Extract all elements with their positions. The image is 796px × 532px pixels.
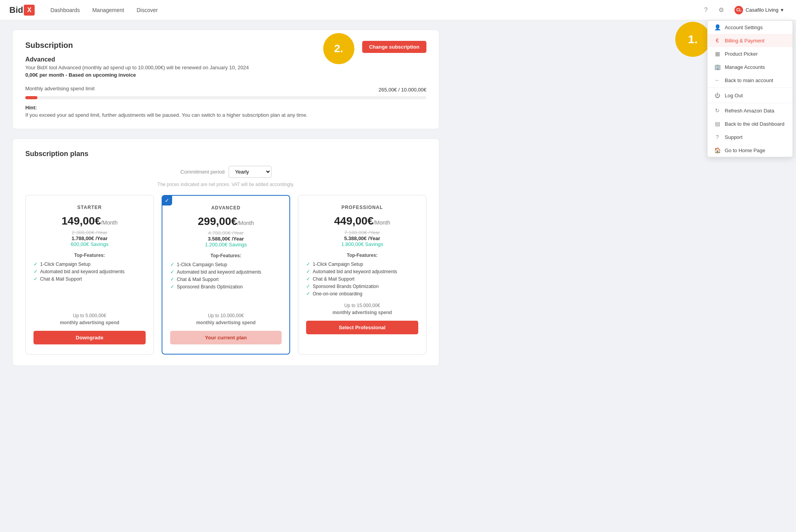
professional-feature-5: ✓One-on-one onboarding (306, 291, 418, 297)
professional-feature-1: ✓1-Click Campaign Setup (306, 261, 418, 267)
nav-dashboards[interactable]: Dashboards (50, 7, 80, 13)
starter-monthly-price: 149,00€/Month (33, 215, 146, 227)
professional-features-label: Top-Features: (306, 253, 418, 258)
commitment-label: Commitment period (180, 169, 224, 175)
dropdown-billing-label: Billing & Payment (725, 38, 764, 44)
dropdown-manage-accounts-label: Manage Accounts (725, 64, 765, 70)
vat-note: The prices indicated are net prices. VAT… (25, 182, 426, 187)
advanced-monthly-price: 299,00€/Month (170, 215, 282, 228)
starter-feature-2: ✓Automated bid and keyword adjustments (33, 269, 146, 274)
starter-features-label: Top-Features: (33, 253, 146, 258)
advanced-features-label: Top-Features: (170, 253, 282, 258)
advanced-savings: 1.200,00€ Savings (170, 242, 282, 248)
user-menu-button[interactable]: CL Casafilo Living ▾ (731, 4, 787, 16)
dropdown-refresh-amazon-label: Refresh Amazon Data (725, 108, 774, 114)
dropdown-refresh-amazon[interactable]: ↻ Refresh Amazon Data (708, 104, 792, 117)
main-content: Subscription Advanced Your BidX tool Adv… (0, 20, 452, 385)
grid-icon: ▦ (714, 51, 721, 57)
professional-select-button[interactable]: Select Professional (306, 321, 418, 334)
euro-icon: € (714, 37, 721, 44)
annotation-bubble-2: 2. (323, 33, 354, 64)
dropdown-billing-payment[interactable]: € Billing & Payment (708, 34, 792, 47)
plan-professional: PROFESSIONAL 449,00€/Month 7.188,00€ /Ye… (298, 195, 426, 355)
advanced-feature-4: ✓Sponsored Brands Optimization (170, 284, 282, 290)
plan-name: Advanced (25, 56, 249, 63)
professional-feature-3: ✓Chat & Mail Support (306, 276, 418, 282)
subscription-plans-card: Subscription plans Commitment period Mon… (12, 139, 439, 366)
starter-feature-1: ✓1-Click Campaign Setup (33, 261, 146, 267)
advanced-yearly-actual: 3.588,00€ /Year (170, 236, 282, 242)
spend-progress-fill (25, 96, 37, 99)
home-icon: 🏠 (714, 147, 721, 153)
dropdown-home[interactable]: 🏠 Go to Home Page (708, 144, 792, 157)
subscription-section-title: Subscription (25, 41, 249, 50)
logout-icon: ⏻ (714, 92, 721, 98)
subscription-header: Subscription Advanced Your BidX tool Adv… (25, 41, 426, 78)
plans-section-title: Subscription plans (25, 150, 426, 158)
commitment-select[interactable]: Monthly Yearly (229, 166, 271, 178)
professional-yearly-actual: 5.388,00€ /Year (306, 235, 418, 241)
dropdown-back-main[interactable]: ← Back to main account (708, 74, 792, 87)
hint-label: Hint: (25, 105, 426, 111)
professional-yearly-original: 7.188,00€ /Year (306, 230, 418, 235)
hint-text: If you exceed your ad spend limit, furth… (25, 112, 426, 118)
spend-section: Monthly advertising spend limit 265,00€ … (25, 86, 426, 118)
spend-row: Monthly advertising spend limit 265,00€ … (25, 86, 426, 94)
dropdown-product-picker[interactable]: ▦ Product Picker (708, 47, 792, 60)
nav-discover[interactable]: Discover (137, 7, 158, 13)
dropdown-logout-label: Log Out (725, 93, 743, 98)
dropdown-old-dashboard-label: Back to the old Dashboard (725, 121, 784, 127)
spend-label: Monthly advertising spend limit (25, 86, 95, 91)
plan-advanced: ✓ ADVANCED 299,00€/Month 4.788,00€ /Year… (162, 195, 290, 355)
advanced-feature-2: ✓Automated bid and keyword adjustments (170, 269, 282, 275)
help-icon[interactable]: ? (700, 5, 711, 16)
dropdown-account-settings-label: Account Settings (725, 25, 763, 30)
spend-value: 265,00€ / 10.000,00€ (379, 87, 426, 93)
user-dropdown-menu: 👤 Account Settings € Billing & Payment ▦… (707, 20, 793, 157)
starter-yearly-original: 2.388,00€ /Year (33, 230, 146, 235)
logo-text: Bid (9, 5, 23, 15)
advanced-feature-3: ✓Chat & Mail Support (170, 276, 282, 282)
advanced-check-icon: ✓ (162, 195, 172, 205)
starter-yearly-actual: 1.788,00€ /Year (33, 235, 146, 241)
logo-x: X (24, 5, 35, 16)
starter-spend-sub: monthly advertising spend (33, 320, 146, 325)
starter-downgrade-button[interactable]: Downgrade (33, 331, 146, 344)
dropdown-home-label: Go to Home Page (725, 147, 765, 153)
dropdown-manage-accounts[interactable]: 🏢 Manage Accounts (708, 60, 792, 74)
plan-description: Your BidX tool Advanced (monthly ad spen… (25, 65, 249, 70)
starter-feature-3: ✓Chat & Mail Support (33, 276, 146, 282)
dropdown-logout[interactable]: ⏻ Log Out (708, 89, 792, 102)
commitment-row: Commitment period Monthly Yearly (25, 166, 426, 178)
advanced-yearly-original: 4.788,00€ /Year (170, 230, 282, 236)
navbar-actions: ? ⚙ CL Casafilo Living ▾ (700, 4, 787, 16)
plan-starter: STARTER 149,00€/Month 2.388,00€ /Year 1.… (25, 195, 154, 355)
user-icon: 👤 (714, 24, 721, 30)
nav-management[interactable]: Management (92, 7, 124, 13)
plan-price-note: 0,00€ per month - Based on upcoming invo… (25, 72, 249, 78)
advanced-tier: ADVANCED (170, 205, 282, 211)
advanced-spend-sub: monthly advertising spend (170, 320, 282, 325)
starter-savings: 600,00€ Savings (33, 241, 146, 247)
spend-progress-bar (25, 96, 426, 99)
change-subscription-button[interactable]: Change subscription (362, 41, 426, 53)
plans-grid: STARTER 149,00€/Month 2.388,00€ /Year 1.… (25, 195, 426, 355)
support-icon: ? (714, 134, 721, 140)
dropdown-old-dashboard[interactable]: ▤ Back to the old Dashboard (708, 117, 792, 130)
annotation-bubble-1: 1. (675, 22, 710, 57)
professional-savings: 1.800,00€ Savings (306, 241, 418, 247)
advanced-spend-note: Up to 10.000,00€ (170, 313, 282, 318)
user-name: Casafilo Living (745, 7, 778, 13)
dropdown-support[interactable]: ? Support (708, 130, 792, 144)
dropdown-back-main-label: Back to main account (725, 77, 773, 83)
navbar: Bid X Dashboards Management Discover ? ⚙… (0, 0, 796, 20)
main-nav: Dashboards Management Discover (50, 7, 700, 13)
dashboard-icon: ▤ (714, 121, 721, 127)
logo: Bid X (9, 5, 35, 16)
hint-section: Hint: If you exceed your ad spend limit,… (25, 105, 426, 118)
professional-feature-4: ✓Sponsored Brands Optimization (306, 283, 418, 289)
settings-icon[interactable]: ⚙ (716, 5, 727, 16)
professional-feature-2: ✓Automated bid and keyword adjustments (306, 269, 418, 274)
dropdown-account-settings[interactable]: 👤 Account Settings (708, 21, 792, 34)
building-icon: 🏢 (714, 64, 721, 70)
